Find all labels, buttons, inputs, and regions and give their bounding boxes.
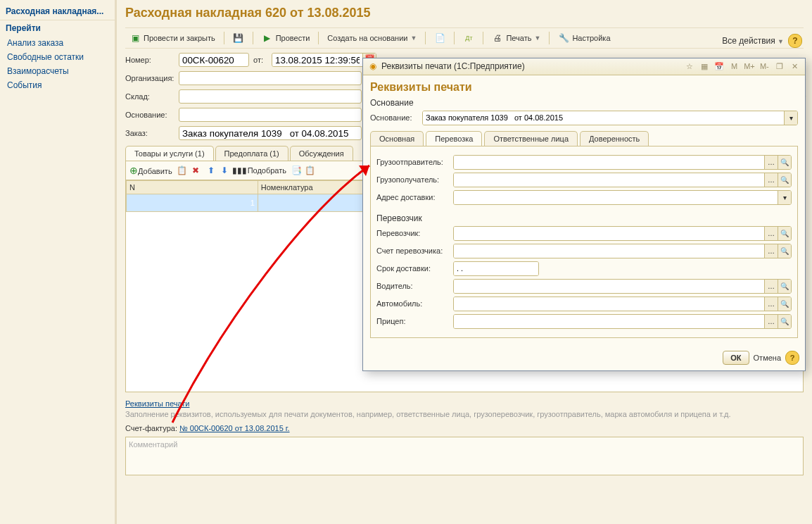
dt-kt-icon: Дт [463,32,474,44]
paste-button[interactable]: 📑 [291,165,302,176]
org-field[interactable] [179,71,362,85]
search-icon[interactable]: 🔍 [778,156,791,169]
deadline-field[interactable] [454,262,539,275]
nav-item-settlements[interactable]: Взаиморасчеты [0,64,115,78]
ellipsis-icon[interactable]: … [764,227,778,240]
dialog-titlebar[interactable]: ◉ Реквизиты печати (1С:Предприятие) ☆ ▦ … [363,58,805,75]
ok-button[interactable]: ОК [723,351,749,365]
carrier-field[interactable] [454,227,764,240]
receiver-field[interactable] [454,173,764,187]
nav-item-analysis[interactable]: Анализ заказа [0,36,115,50]
deadline-label: Срок доставки: [376,264,450,273]
ellipsis-icon[interactable]: … [764,173,778,187]
number-field[interactable] [179,53,249,67]
warehouse-field[interactable] [179,89,362,104]
ellipsis-icon[interactable]: … [764,156,778,169]
dlg-tab-ship[interactable]: Перевозка [426,131,482,146]
trailer-field[interactable] [454,315,764,328]
tab-goods[interactable]: Товары и услуги (1) [125,146,214,161]
from-label: от: [253,56,267,64]
win-cal-icon[interactable]: 📅 [713,61,725,73]
dlg-tab-proxy[interactable]: Доверенность [580,131,649,146]
barcode-icon: ▮▮▮ [234,165,246,176]
sender-field[interactable] [454,156,764,169]
tab-prepay[interactable]: Предоплата (1) [215,146,288,161]
post-and-close-button[interactable]: ▣Провести и закрыть [125,31,220,45]
tab-discuss[interactable]: Обсуждения [290,146,353,161]
delete-icon: ✖ [190,165,201,176]
arrow-down-icon: ⬇ [219,165,230,176]
settings-button[interactable]: 🔧Настройка [554,31,614,45]
dlg-tab-resp[interactable]: Ответственные лица [484,131,578,146]
win-fav-icon[interactable]: ☆ [683,61,696,73]
invoice-link[interactable]: № 00СК-00620 от 13.08.2015 г. [179,424,290,432]
page-title: Расходная накладная 620 от 13.08.2015 [125,6,804,20]
help-button[interactable]: ? [788,34,802,48]
ellipsis-icon[interactable]: … [764,315,778,328]
search-icon[interactable]: 🔍 [778,280,791,293]
car-label: Автомобиль: [376,299,450,308]
search-icon[interactable]: 🔍 [778,244,791,258]
move-up-button[interactable]: ⬆ [205,165,217,176]
date-field[interactable] [272,54,362,66]
create-based-button[interactable]: Создать на основании ▼ [323,32,421,44]
dlg-tab-main[interactable]: Основная [370,131,424,146]
comment-field[interactable]: Комментарий [125,437,804,475]
dlg-basis-field[interactable] [423,111,784,125]
plus-icon: ⊕ [129,165,138,176]
copy-row-button[interactable]: 📋 [177,165,188,176]
address-label: Адрес доставки: [376,193,450,201]
win-restore-icon[interactable]: ❐ [773,61,786,73]
settings-icon: 🔧 [558,32,569,44]
dropdown-icon[interactable]: ▾ [778,191,791,204]
arrow-up-icon: ⬆ [205,165,217,176]
add-row-button[interactable]: ⊕Добавить [129,165,172,176]
org-label: Организация: [125,74,175,82]
search-icon[interactable]: 🔍 [778,227,791,240]
carrier-label: Перевозчик: [376,229,450,237]
win-mminus-icon[interactable]: M- [758,61,770,72]
nav-item-events[interactable]: События [0,78,115,92]
print-requisites-dialog: ◉ Реквизиты печати (1С:Предприятие) ☆ ▦ … [362,58,806,371]
delete-row-button[interactable]: ✖ [190,165,201,176]
ellipsis-icon[interactable]: … [764,280,778,293]
barcode-button[interactable]: ▮▮▮ [234,165,246,176]
print-button[interactable]: 🖨Печать ▼ [488,31,545,45]
win-mplus-icon[interactable]: M+ [743,61,756,72]
dialog-help-button[interactable]: ? [785,351,799,365]
all-actions-button[interactable]: Все действия ▼ [722,36,784,46]
account-label: Счет перевозчика: [376,247,450,255]
car-field[interactable] [454,297,764,311]
win-close-icon[interactable]: ✕ [788,61,801,73]
warehouse-label: Склад: [125,92,175,101]
col-n[interactable]: N [127,181,258,194]
dialog-wintitle: Реквизиты печати (1С:Предприятие) [381,61,525,71]
clipboard-button[interactable]: 📋 [304,165,315,176]
basis-field[interactable] [179,108,362,122]
report-button[interactable]: 📄 [430,31,450,45]
win-calc-icon[interactable]: ▦ [698,61,711,73]
command-bar: ▣Провести и закрыть 💾 ▶Провести Создать … [125,27,804,49]
pick-button[interactable]: Подобрать [248,166,286,175]
address-field[interactable] [454,191,778,204]
search-icon[interactable]: 🔍 [778,173,791,187]
driver-field[interactable] [454,280,764,293]
ellipsis-icon[interactable]: … [764,297,778,311]
dropdown-icon[interactable]: ▾ [784,111,797,125]
ellipsis-icon[interactable]: … [764,244,778,258]
order-field[interactable] [179,126,362,140]
save-button[interactable]: 💾 [229,31,248,45]
print-requisites-link[interactable]: Реквизиты печати [125,399,189,408]
transactions-button[interactable]: Дт [459,31,478,45]
post-button[interactable]: ▶Провести [258,31,315,45]
nav-current[interactable]: Расходная накладная... [0,3,115,20]
print-icon: 🖨 [492,32,503,44]
account-field[interactable] [454,244,764,258]
search-icon[interactable]: 🔍 [778,315,791,328]
nav-item-stock[interactable]: Свободные остатки [0,50,115,64]
cancel-button[interactable]: Отмена [754,354,781,362]
dialog-title: Реквизиты печати [370,81,798,94]
win-m-icon[interactable]: M [728,61,741,72]
move-down-button[interactable]: ⬇ [219,165,230,176]
search-icon[interactable]: 🔍 [778,297,791,311]
